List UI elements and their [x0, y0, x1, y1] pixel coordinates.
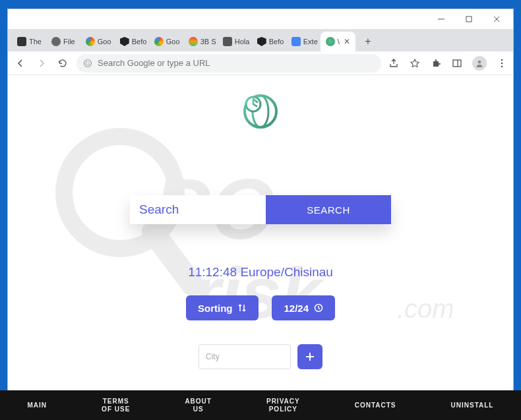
address-bar-row: G Search Google or type a URL [8, 51, 513, 75]
reload-icon [57, 58, 68, 69]
forward-button[interactable] [34, 56, 49, 71]
svg-point-12 [64, 136, 176, 249]
sorting-button[interactable]: Sorting [186, 295, 259, 320]
svg-text:risk: risk [193, 252, 325, 333]
share-icon [388, 58, 399, 69]
tab-close-icon[interactable]: ✕ [344, 37, 350, 46]
page-content: PC risk .com SEARCH 11:12:48 Europe/Chis… [8, 75, 513, 411]
footer-contacts[interactable]: CONTACTS [355, 402, 396, 409]
sort-icon [237, 303, 247, 313]
tab-9-active[interactable]: \✕ [321, 32, 355, 51]
svg-rect-1 [466, 16, 472, 22]
footer-about[interactable]: ABOUTUS [185, 398, 212, 413]
google-g-icon: G [83, 59, 92, 68]
site-logo-icon [243, 94, 278, 129]
bookmark-button[interactable] [409, 57, 421, 69]
svg-point-11 [501, 65, 503, 67]
page-footer: MAIN TERMSOF USE ABOUTUS PRIVACYPOLICY C… [0, 390, 521, 420]
plus-icon [304, 351, 316, 363]
svg-point-10 [501, 62, 503, 64]
control-row: Sorting 12/24 [186, 295, 335, 320]
globe-icon [51, 37, 61, 46]
tab-3[interactable]: Befo [115, 32, 149, 51]
browser-window: The File Goo Befo Goo 3B S Hola Befo Ext… [7, 9, 514, 411]
puzzle-icon [431, 58, 441, 69]
footer-uninstall[interactable]: UNINSTALL [451, 402, 494, 409]
shield-icon [257, 37, 266, 46]
window-minimize-button[interactable] [427, 10, 455, 28]
tab-8[interactable]: Exte [286, 32, 321, 51]
minimize-icon [437, 15, 445, 23]
tab-4[interactable]: Goo [149, 32, 183, 51]
tab-2[interactable]: Goo [80, 32, 115, 51]
search-input[interactable] [130, 195, 266, 224]
svg-point-9 [501, 59, 503, 61]
footer-privacy[interactable]: PRIVACYPOLICY [266, 398, 300, 413]
back-button[interactable] [13, 56, 28, 71]
tab-0[interactable]: The [12, 32, 46, 51]
reload-button[interactable] [55, 56, 70, 71]
arrow-right-icon [36, 58, 47, 69]
window-close-button[interactable] [483, 10, 510, 28]
svg-line-13 [153, 232, 193, 285]
window-maximize-button[interactable] [455, 10, 483, 28]
close-icon [493, 15, 501, 23]
toolbar-icons [388, 56, 508, 71]
profile-button[interactable] [472, 56, 487, 71]
tab-strip: The File Goo Befo Goo 3B S Hola Befo Ext… [8, 29, 513, 51]
google-icon [86, 37, 95, 46]
omnibox[interactable]: G Search Google or type a URL [77, 54, 381, 73]
menu-button[interactable] [496, 57, 508, 69]
tab-7[interactable]: Befo [252, 32, 286, 51]
search-row: SEARCH [130, 195, 391, 224]
clock-icon [314, 303, 323, 313]
city-input[interactable] [199, 344, 291, 369]
search-button[interactable]: SEARCH [266, 195, 391, 224]
svg-text:G: G [85, 60, 90, 67]
clock-display: 11:12:48 Europe/Chisinau [188, 265, 333, 280]
tab-5[interactable]: 3B S [183, 32, 218, 51]
greenglobe-icon [326, 37, 335, 46]
footer-main[interactable]: MAIN [28, 402, 47, 409]
tab-1[interactable]: File [46, 32, 80, 51]
city-row [199, 344, 322, 369]
star-icon [410, 58, 420, 69]
extensions-button[interactable] [430, 57, 442, 69]
svg-point-8 [478, 60, 481, 63]
window-titlebar [8, 9, 513, 29]
download-icon [223, 37, 232, 46]
svg-rect-6 [453, 60, 461, 67]
add-city-button[interactable] [297, 344, 322, 369]
shield-icon [120, 37, 129, 46]
arrow-left-icon [15, 58, 26, 69]
maximize-icon [465, 15, 473, 23]
puzzle-icon [291, 37, 301, 46]
sidepanel-button[interactable] [451, 57, 463, 69]
color-icon [189, 37, 198, 46]
printer-icon [17, 37, 26, 46]
tab-6[interactable]: Hola [218, 32, 252, 51]
person-icon [475, 59, 484, 68]
new-tab-button[interactable]: + [359, 33, 377, 50]
footer-terms[interactable]: TERMSOF USE [102, 398, 130, 413]
time-format-button[interactable]: 12/24 [272, 295, 335, 320]
kebab-icon [497, 58, 507, 69]
omnibox-placeholder: Search Google or type a URL [98, 58, 210, 68]
svg-text:.com: .com [397, 294, 454, 323]
google-icon [154, 37, 164, 46]
share-button[interactable] [388, 57, 400, 69]
panel-icon [452, 58, 462, 69]
